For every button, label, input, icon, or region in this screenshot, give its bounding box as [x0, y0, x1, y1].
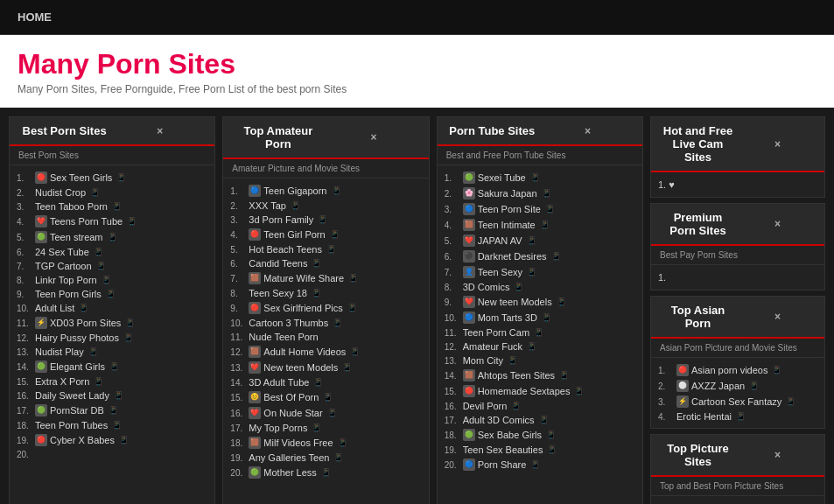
close-live-cam[interactable]: ×: [739, 138, 816, 150]
col-header-premium-porn: Premium Porn Sites ×: [651, 204, 824, 246]
col-body-porn-tube: 1.🟢Sexei Tube📱 2.🌸Sakura Japan📱 3.🔵Teen …: [438, 165, 642, 477]
list-item[interactable]: 15.🔴Homemade Sextapes📱: [445, 383, 635, 399]
col-title-live-cam: Hot and Free Live Cam Sites: [660, 124, 736, 164]
list-item[interactable]: 19.Teen Sex Beauties📱: [445, 443, 635, 457]
list-item[interactable]: 5.❤️JAPAN AV📱: [445, 233, 635, 248]
list-item[interactable]: 9.❤️New teen Models📱: [445, 294, 635, 310]
list-item[interactable]: 1.🔴Sex Teen Girls📱: [17, 170, 207, 186]
list-item[interactable]: 7.TGP Cartoon📱: [17, 259, 207, 273]
list-item[interactable]: 1.🟢Sexei Tube📱: [445, 170, 635, 186]
close-top-picture[interactable]: ×: [739, 449, 816, 461]
col-title-porn-tube: Porn Tube Sites: [446, 124, 538, 137]
list-item[interactable]: 16.Daily Sweet Lady📱: [17, 388, 207, 402]
list-item[interactable]: 13.❤️New teen Models📱: [230, 360, 421, 375]
list-item[interactable]: 4.❤️Teens Porn Tube📱: [17, 214, 207, 229]
list-item[interactable]: 4.🔴Teen Girl Porn📱: [230, 227, 421, 242]
list-item[interactable]: 17.🟢PornStar DB📱: [17, 402, 207, 418]
list-item[interactable]: 5.🟢Teen stream📱: [17, 229, 207, 245]
col-subtitle-top-amateur: Amateur Picture and Movie Sites: [223, 159, 428, 178]
col-body-top-asian: 1.🔴Asian porn videos📱 2.⚪AXZZ Japan📱 3.⚡…: [651, 358, 824, 428]
list-item[interactable]: 12.Amateur Fuck📱: [445, 340, 635, 354]
list-item[interactable]: 8.Teen Sexy 18📱: [230, 286, 421, 300]
list-item[interactable]: 19.Any Galleries Teen📱: [230, 451, 421, 465]
list-item[interactable]: 6.⚫Darknet Desires📱: [445, 248, 635, 264]
list-item[interactable]: 13.Nudist Play📱: [17, 345, 207, 359]
list-item[interactable]: 9.Teen Porn Girls📱: [17, 287, 207, 301]
list-item[interactable]: 11.Teen Porn Cam📱: [445, 326, 635, 340]
list-item[interactable]: 7.👤Teen Sexy📱: [445, 264, 635, 280]
list-item[interactable]: 13.Mom City📱: [445, 354, 635, 368]
list-item[interactable]: 15.😊Best Of Porn📱: [230, 389, 421, 405]
close-best-porn[interactable]: ×: [114, 125, 206, 137]
list-item[interactable]: 10.🔵Mom Tarts 3D📱: [445, 310, 635, 326]
col-title-premium-porn: Premium Porn Sites: [660, 211, 736, 237]
list-item[interactable]: 14.🟢Elegant Girls📱: [17, 359, 207, 374]
list-item[interactable]: 3.3d Porn Family📱: [230, 213, 421, 227]
home-link[interactable]: HOME: [18, 10, 52, 24]
list-item[interactable]: 3.Teen Taboo Porn📱: [17, 200, 207, 214]
list-item[interactable]: 1.🔵Teen Gigaporn📱: [230, 183, 421, 199]
column-top-amateur: Top Amateur Porn × Amateur Picture and M…: [222, 116, 429, 504]
main-content: Best Porn Sites × Best Porn Sites 1.🔴Sex…: [0, 108, 834, 504]
list-item[interactable]: 18.Teen Porn Tubes📱: [17, 418, 207, 432]
col-title-best-porn: Best Porn Sites: [18, 124, 110, 137]
col-subtitle-top-asian: Asian Porn Picture and Movie Sites: [651, 339, 824, 358]
list-item[interactable]: 17.My Top Porns📱: [230, 421, 421, 435]
site-title: Many Porn Sites: [18, 49, 816, 80]
list-item[interactable]: 17.Adult 3D Comics📱: [445, 413, 635, 427]
list-item[interactable]: 7.🟫Mature Wife Share📱: [230, 270, 421, 286]
close-premium-porn[interactable]: ×: [739, 218, 816, 230]
list-item[interactable]: 2.XXX Tap📱: [230, 199, 421, 213]
list-item[interactable]: 3.⚡Cartoon Sex Fantazy📱: [658, 394, 817, 410]
list-item[interactable]: 14.🟫Ahtops Teen Sites📱: [445, 368, 635, 383]
col-title-top-picture: Top Picture Sites: [660, 442, 736, 468]
list-item[interactable]: 11.⚡XD03 Porn Sites📱: [17, 315, 207, 331]
list-item[interactable]: 19.🔴Cyber X Babes📱: [17, 432, 207, 448]
list-item[interactable]: 12.Hairy Pussy Photos📱: [17, 331, 207, 345]
list-item[interactable]: 12.🟫Adult Home Videos📱: [230, 344, 421, 360]
col-body-top-amateur: 1.🔵Teen Gigaporn📱 2.XXX Tap📱 3.3d Porn F…: [223, 178, 428, 485]
list-item[interactable]: 4.🟫Teen Intimate📱: [445, 217, 635, 233]
list-item[interactable]: 11.Nude Teen Porn: [230, 330, 421, 344]
best-porn-list: 1.🔴Sex Teen Girls📱 2.Nudist Crop📱 3.Teen…: [17, 170, 207, 461]
close-porn-tube[interactable]: ×: [542, 125, 634, 137]
list-item[interactable]: 14.3D Adult Tube📱: [230, 375, 421, 389]
list-item[interactable]: 18.🟫Milf Videos Free📱: [230, 435, 421, 451]
close-top-amateur[interactable]: ×: [328, 131, 420, 144]
list-item[interactable]: 1.🔴Asian porn videos📱: [658, 362, 817, 378]
col-subtitle-premium-porn: Best Pay Porn Sites: [651, 246, 824, 265]
list-item[interactable]: 6.Candid Teens📱: [230, 256, 421, 270]
col-subtitle-best-porn: Best Porn Sites: [10, 146, 214, 165]
col-header-top-amateur: Top Amateur Porn ×: [223, 117, 428, 159]
col-header-live-cam: Hot and Free Live Cam Sites ×: [651, 117, 824, 172]
list-item[interactable]: 9.🔴Sex Girlfriend Pics📱: [230, 300, 421, 316]
list-item[interactable]: 20.🔵Porn Share📱: [445, 457, 635, 472]
close-top-asian[interactable]: ×: [739, 311, 816, 323]
list-item[interactable]: 3.🔵Teen Porn Site📱: [445, 201, 635, 217]
top-asian-list: 1.🔴Asian porn videos📱 2.⚪AXZZ Japan📱 3.⚡…: [658, 362, 817, 424]
list-item[interactable]: 16.Devil Porn📱: [445, 399, 635, 413]
col-body-top-picture: ♥: [651, 496, 824, 504]
col-subtitle-top-picture: Top and Best Porn Picture Sites: [651, 477, 824, 496]
list-item[interactable]: 10.Adult List📱: [17, 301, 207, 315]
top-picture-item: ♥: [658, 500, 817, 504]
column-porn-tube: Porn Tube Sites × Best and Free Porn Tub…: [437, 116, 643, 504]
list-item[interactable]: 2.Nudist Crop📱: [17, 186, 207, 200]
site-header: Many Porn Sites Many Porn Sites, Free Po…: [0, 35, 834, 108]
list-item[interactable]: 2.⚪AXZZ Japan📱: [658, 378, 817, 394]
list-item[interactable]: 4.Erotic Hentai📱: [658, 410, 817, 424]
list-item[interactable]: 8.Linkr Top Porn📱: [17, 273, 207, 287]
list-item[interactable]: 18.🟢Sex Babe Girls📱: [445, 427, 635, 443]
porn-tube-list: 1.🟢Sexei Tube📱 2.🌸Sakura Japan📱 3.🔵Teen …: [445, 170, 635, 472]
list-item[interactable]: 2.🌸Sakura Japan📱: [445, 186, 635, 201]
list-item[interactable]: 5.Hot Beach Teens📱: [230, 242, 421, 256]
col-subtitle-porn-tube: Best and Free Porn Tube Sites: [438, 146, 642, 165]
list-item[interactable]: 16.❤️On Nude Star📱: [230, 405, 421, 421]
list-item[interactable]: 6.24 Sex Tube📱: [17, 245, 207, 259]
site-subtitle: Many Porn Sites, Free Pornguide, Free Po…: [18, 83, 816, 95]
list-item[interactable]: 10.Cartoon 3 Thumbs📱: [230, 316, 421, 330]
panel-premium-porn: Premium Porn Sites × Best Pay Porn Sites…: [650, 203, 825, 290]
list-item[interactable]: 15.Extra X Porn📱: [17, 374, 207, 388]
list-item[interactable]: 8.3D Comics📱: [445, 280, 635, 294]
list-item[interactable]: 20.🟢Mother Less📱: [230, 465, 421, 480]
